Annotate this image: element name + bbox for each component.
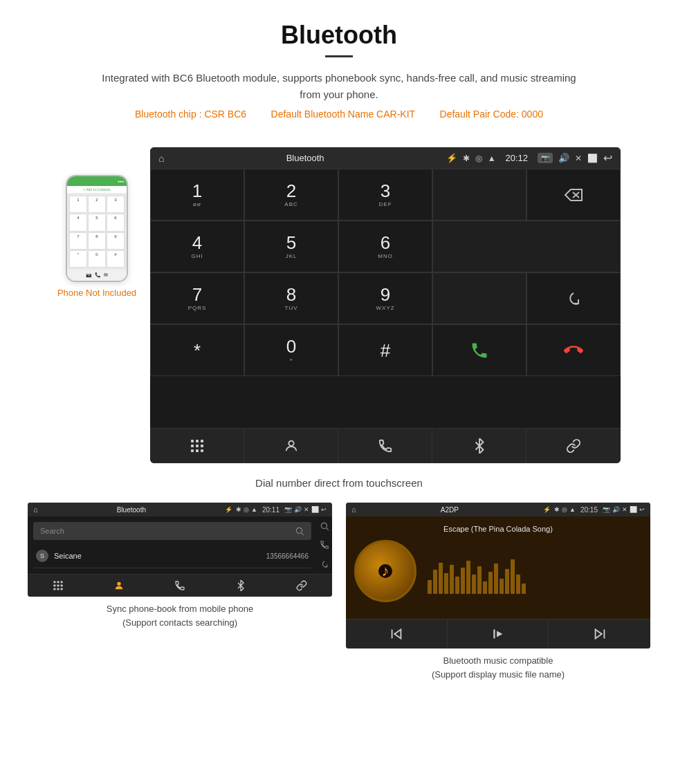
phone-top-bar: ●●●	[67, 176, 127, 186]
call-green-icon	[468, 339, 491, 362]
dial-key-4[interactable]: 4 GHI	[150, 221, 244, 272]
svg-rect-5	[201, 440, 203, 442]
dial-key-2[interactable]: 2 ABC	[244, 169, 338, 221]
phone-call-icon	[470, 341, 489, 360]
page-header: Bluetooth Integrated with BC6 Bluetooth …	[0, 0, 678, 140]
svg-point-15	[321, 523, 327, 528]
nav-contacts[interactable]	[244, 429, 338, 463]
svg-rect-20	[53, 585, 55, 587]
phone-key: 7	[69, 232, 87, 250]
dial-redial[interactable]	[526, 272, 621, 324]
svg-rect-9	[191, 449, 194, 452]
nav-dialpad[interactable]	[150, 429, 244, 463]
svg-rect-22	[61, 585, 63, 587]
search-bar[interactable]: Search	[33, 522, 311, 540]
next-button[interactable]	[549, 619, 650, 648]
svg-rect-23	[53, 588, 55, 590]
dial-key-7[interactable]: 7 PQRS	[150, 272, 244, 324]
svg-rect-3	[191, 440, 194, 442]
dial-key-hash[interactable]: #	[338, 324, 432, 376]
dial-key-9[interactable]: 9 WXYZ	[338, 272, 432, 324]
pb-bt-icon	[235, 580, 246, 591]
phone-key: #	[107, 250, 125, 268]
phone-key: 2	[88, 196, 106, 213]
music-time: 20:15	[580, 506, 598, 514]
dial-bottom-nav	[150, 428, 621, 463]
redial-icon	[565, 290, 583, 308]
eq-visualizer	[428, 559, 642, 594]
music-content: Escape (The Pina Colada Song) ♪	[346, 516, 650, 619]
close-icon: ✕	[575, 153, 582, 163]
bt-chip: Bluetooth chip : CSR BC6	[135, 109, 246, 120]
car-dial-screen: ⌂ Bluetooth ⚡ ✱ ◎ ▲ 20:12 📷 🔊 ✕ ⬜ ↩ 1 ⌀⌀…	[150, 147, 621, 463]
pb-bt-icon: ✱	[236, 506, 241, 513]
svg-rect-6	[191, 445, 194, 447]
phonebook-bottom-nav	[28, 574, 332, 597]
pb-nav-contacts[interactable]	[89, 575, 149, 597]
nav-calls[interactable]	[338, 429, 432, 463]
dial-key-8[interactable]: 8 TUV	[244, 272, 338, 324]
song-title: Escape (The Pina Colada Song)	[443, 525, 553, 533]
back-icon: ↩	[603, 151, 612, 165]
pb-search-icon	[320, 521, 329, 531]
phonebook-screenshot: ⌂ Bluetooth ⚡ ✱ ◎ ▲ 20:11 📷 🔊 ✕ ⬜ ↩	[28, 503, 332, 681]
dial-key-3[interactable]: 3 DEF	[338, 169, 432, 221]
music-bt-icon: ✱	[554, 506, 560, 513]
dial-key-0[interactable]: 0 +	[244, 324, 338, 376]
dial-key-6[interactable]: 6 MNO	[338, 221, 432, 272]
phone-key: 8	[88, 232, 106, 250]
bt-pair: Default Pair Code: 0000	[440, 109, 543, 120]
dial-key-5[interactable]: 5 JKL	[244, 221, 338, 272]
bluetooth-status-icon: ✱	[463, 153, 470, 163]
dial-call-button[interactable]	[432, 324, 526, 376]
pb-usb-icon: ⚡	[225, 506, 232, 513]
pb-nav-link[interactable]	[271, 575, 332, 597]
pb-cam-icon: 📷	[284, 506, 292, 513]
next-icon	[592, 626, 607, 642]
play-pause-button[interactable]	[448, 619, 549, 648]
svg-rect-7	[196, 445, 199, 447]
prev-icon	[389, 626, 404, 642]
contact-avatar: S	[36, 550, 48, 562]
nav-link[interactable]	[526, 429, 621, 463]
phone-key: *	[69, 250, 87, 268]
svg-rect-21	[57, 585, 59, 587]
music-win-icon: ⬜	[630, 506, 637, 513]
phone-contacts-label: + Add to Contacts	[67, 186, 127, 194]
nav-bluetooth[interactable]	[432, 429, 526, 463]
signal-icon: ▲	[488, 153, 496, 163]
dial-backspace[interactable]	[526, 169, 621, 221]
svg-line-16	[326, 528, 329, 530]
pb-nav-bt[interactable]	[210, 575, 271, 597]
phone-bottom-bar: 📷 📞 ✉	[67, 270, 127, 281]
svg-point-12	[288, 441, 293, 446]
status-time: 20:12	[506, 153, 529, 163]
camera-button[interactable]: 📷	[538, 153, 553, 163]
dial-caption: Dial number direct from touchscreen	[0, 477, 678, 489]
contacts-icon	[284, 438, 299, 454]
dial-key-star[interactable]: *	[150, 324, 244, 376]
music-status-icons: ✱ ◎ ▲ 20:15 📷 🔊 ✕ ⬜ ↩	[554, 506, 645, 514]
phone-key: 1	[69, 196, 87, 213]
phone-mockup: ●●● + Add to Contacts 1 2 3 4 5 6 7 8 9 …	[57, 175, 136, 298]
dial-key-1[interactable]: 1 ⌀⌀	[150, 169, 244, 221]
music-vol-icon: 🔊	[612, 506, 620, 513]
phonebook-status-bar: ⌂ Bluetooth ⚡ ✱ ◎ ▲ 20:11 📷 🔊 ✕ ⬜ ↩	[28, 503, 332, 516]
phonebook-content: Search S Seicane 13566664466	[28, 516, 317, 574]
pb-nav-dialpad[interactable]	[28, 575, 89, 597]
dial-end-button[interactable]	[526, 324, 621, 376]
dial-display-empty2	[432, 221, 621, 272]
svg-point-26	[117, 582, 120, 586]
pb-nav-calls[interactable]	[149, 575, 210, 597]
pb-contacts-icon	[113, 580, 125, 591]
phone-key: 3	[107, 196, 125, 213]
phone-key: 6	[107, 214, 125, 231]
svg-marker-31	[595, 630, 601, 639]
phonebook-car-screen: ⌂ Bluetooth ⚡ ✱ ◎ ▲ 20:11 📷 🔊 ✕ ⬜ ↩	[28, 503, 332, 597]
prev-button[interactable]	[346, 619, 448, 648]
pb-status-icons: ✱ ◎ ▲ 20:11 📷 🔊 ✕ ⬜ ↩	[236, 506, 327, 514]
contact-row[interactable]: S Seicane 13566664466	[33, 544, 311, 568]
phone-not-included-label: Phone Not Included	[57, 288, 136, 298]
svg-rect-4	[196, 440, 199, 442]
bluetooth-icon	[472, 438, 487, 454]
